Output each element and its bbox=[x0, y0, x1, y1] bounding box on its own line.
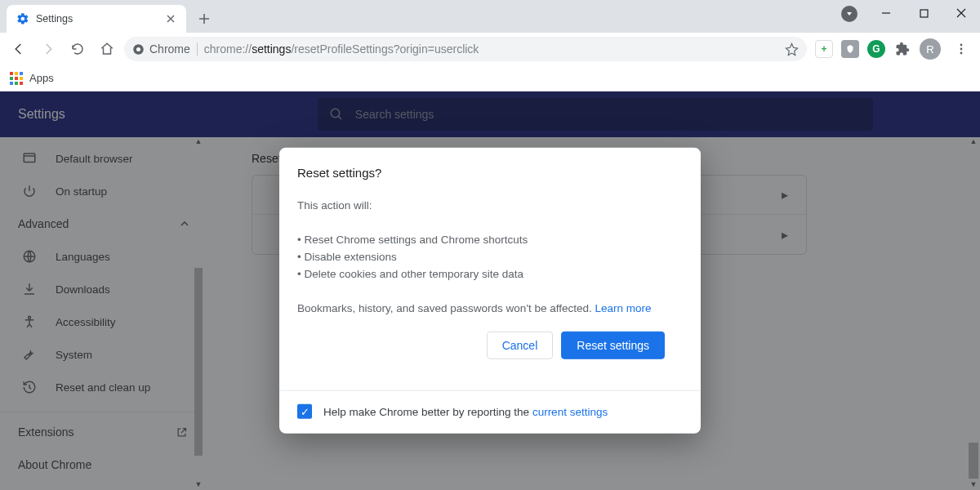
dialog-footer: ✓ Help make Chrome better by reporting t… bbox=[279, 390, 701, 434]
profile-avatar[interactable]: R bbox=[920, 38, 941, 60]
extension-icon-1[interactable]: + bbox=[815, 40, 833, 58]
reset-settings-dialog: Reset settings? This action will: • Rese… bbox=[279, 148, 701, 434]
window-controls bbox=[867, 0, 980, 26]
close-window-button[interactable] bbox=[942, 0, 980, 26]
browser-toolbar: Chrome chrome://settings/resetProfileSet… bbox=[0, 33, 980, 65]
dialog-title: Reset settings? bbox=[297, 166, 683, 180]
cancel-button[interactable]: Cancel bbox=[487, 332, 554, 359]
current-settings-link[interactable]: current settings bbox=[532, 406, 608, 418]
bookmarks-bar: Apps bbox=[0, 65, 980, 91]
url-text: chrome://settings/resetProfileSettings?o… bbox=[204, 42, 479, 56]
minimize-button[interactable] bbox=[867, 0, 905, 26]
svg-point-4 bbox=[960, 48, 963, 51]
profile-dropdown-icon[interactable] bbox=[841, 6, 858, 22]
apps-grid-icon[interactable] bbox=[10, 72, 23, 85]
learn-more-link[interactable]: Learn more bbox=[595, 301, 652, 314]
forward-button[interactable] bbox=[36, 37, 60, 61]
maximize-button[interactable] bbox=[905, 0, 942, 26]
chrome-icon bbox=[132, 43, 145, 56]
chrome-menu-icon[interactable] bbox=[949, 37, 973, 61]
site-chip: Chrome bbox=[132, 42, 190, 56]
svg-point-2 bbox=[136, 47, 140, 51]
site-label: Chrome bbox=[149, 42, 190, 56]
report-checkbox[interactable]: ✓ bbox=[297, 404, 312, 419]
svg-point-5 bbox=[960, 52, 963, 55]
reset-settings-button[interactable]: Reset settings bbox=[561, 332, 665, 359]
extension-icon-2[interactable] bbox=[841, 40, 859, 58]
extensions-menu-icon[interactable] bbox=[893, 40, 911, 58]
gear-icon bbox=[16, 12, 29, 25]
window-titlebar: Settings bbox=[0, 0, 980, 33]
bookmark-star-icon[interactable] bbox=[785, 42, 799, 56]
dialog-text: This action will: • Reset Chrome setting… bbox=[297, 198, 683, 317]
back-button[interactable] bbox=[7, 37, 31, 61]
svg-point-3 bbox=[960, 44, 963, 47]
tab-title: Settings bbox=[36, 13, 73, 24]
svg-rect-0 bbox=[920, 10, 928, 17]
extension-icons: + G R bbox=[812, 37, 973, 61]
separator bbox=[197, 42, 198, 56]
new-tab-button[interactable] bbox=[193, 7, 216, 30]
reload-button[interactable] bbox=[65, 37, 90, 61]
footer-text: Help make Chrome better by reporting the bbox=[323, 406, 532, 418]
address-bar[interactable]: Chrome chrome://settings/resetProfileSet… bbox=[124, 37, 807, 61]
apps-label[interactable]: Apps bbox=[29, 72, 54, 84]
home-button[interactable] bbox=[95, 37, 119, 61]
close-tab-icon[interactable] bbox=[163, 11, 178, 26]
extension-icon-3[interactable]: G bbox=[867, 40, 885, 58]
settings-app: Settings Default browser On startup Adva… bbox=[0, 91, 980, 490]
browser-tab[interactable]: Settings bbox=[7, 5, 186, 33]
